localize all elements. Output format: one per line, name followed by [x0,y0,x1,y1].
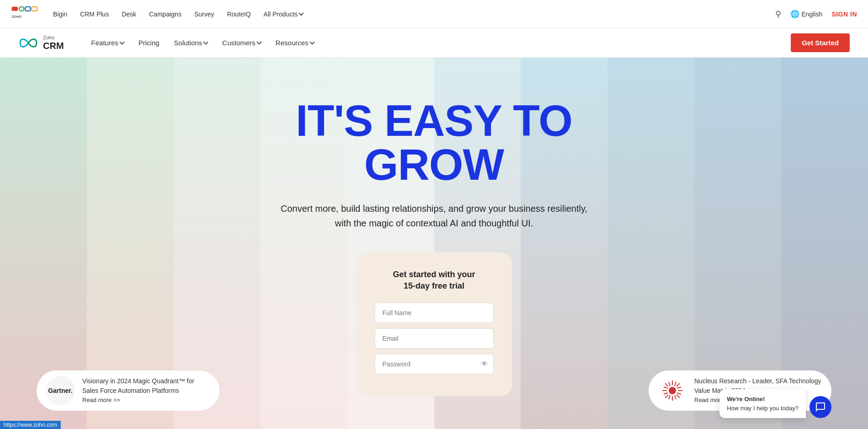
nav-link-survey[interactable]: Survey [194,11,214,18]
svg-rect-3 [32,6,37,11]
crm-nav-resources[interactable]: Resources [276,39,314,47]
nav-link-campaigns[interactable]: Campaigns [149,11,181,18]
gartner-logo: Gartner. [46,376,75,405]
svg-point-5 [669,387,676,394]
full-name-input[interactable] [375,303,494,323]
chevron-down-icon [256,39,261,44]
chevron-down-icon [119,39,124,44]
svg-line-16 [664,387,668,388]
nav-link-desk[interactable]: Desk [122,11,136,18]
svg-line-21 [677,387,681,388]
nav-link-crm-plus[interactable]: CRM Plus [80,11,109,18]
svg-line-14 [669,382,670,386]
crm-logo[interactable]: Zoho CRM [18,35,64,51]
svg-line-13 [665,395,668,398]
signup-card-title: Get started with your 15-day free trial [375,269,494,292]
hero-content: IT'S EASY TO GROW Convert more, build la… [229,58,640,396]
language-selector[interactable]: 🌐 English [790,10,822,18]
search-icon[interactable]: ⚲ [775,9,781,19]
crm-nav: Zoho CRM Features Pricing Solutions Cust… [0,28,868,58]
globe-icon: 🌐 [790,10,799,18]
crm-nav-features[interactable]: Features [91,39,124,47]
crm-logo-text: Zoho CRM [43,35,64,50]
email-input[interactable] [375,328,494,349]
chevron-down-icon [309,39,314,44]
chevron-down-icon [203,39,208,44]
svg-rect-1 [19,6,24,11]
svg-rect-0 [12,6,18,11]
sign-in-button[interactable]: SIGN IN [831,11,857,18]
svg-line-18 [675,382,676,386]
crm-nav-right: Get Started [791,33,850,52]
status-bar: https://www.zoho.com [0,421,61,429]
hero-section: IT'S EASY TO GROW Convert more, build la… [0,58,868,429]
top-nav-right: ⚲ 🌐 English SIGN IN [775,9,857,19]
crm-nav-links: Features Pricing Solutions Customers Res… [91,39,791,47]
nav-link-all-products[interactable]: All Products [264,11,304,18]
crm-nav-pricing[interactable]: Pricing [138,39,160,47]
nucleus-logo [658,376,687,405]
hero-subtitle: Convert more, build lasting relationship… [256,201,612,231]
svg-line-10 [665,383,668,386]
chevron-down-icon [299,11,304,16]
gartner-badge[interactable]: Gartner. Visionary in 2024 Magic Quadran… [37,370,219,411]
show-password-icon[interactable]: 👁 [481,360,488,368]
hero-title: IT'S EASY TO GROW [229,99,640,187]
chat-open-button[interactable] [809,396,831,418]
svg-line-19 [669,395,670,399]
nav-link-bigin[interactable]: Bigin [53,11,67,18]
zoho-logo[interactable]: ZOHO [11,4,38,24]
crm-nav-solutions[interactable]: Solutions [174,39,208,47]
svg-line-12 [676,383,680,386]
svg-line-20 [664,393,668,394]
svg-line-15 [675,395,676,399]
gartner-badge-text: Visionary in 2024 Magic Quadrant™ for Sa… [82,376,210,405]
svg-line-11 [676,395,680,398]
chat-bubble: We're Online! How may I help you today? [719,389,806,418]
chat-widget: We're Online! How may I help you today? [719,389,831,418]
top-nav: ZOHO Bigin CRM Plus Desk Campaigns Surve… [0,0,868,28]
svg-text:ZOHO: ZOHO [12,14,22,18]
svg-line-17 [677,393,681,394]
get-started-button[interactable]: Get Started [791,33,850,52]
top-nav-links: Bigin CRM Plus Desk Campaigns Survey Rou… [53,11,775,18]
nav-link-routeiq[interactable]: RouteIQ [227,11,250,18]
gartner-read-more[interactable]: Read more >> [82,396,210,405]
crm-nav-customers[interactable]: Customers [222,39,261,47]
svg-rect-2 [26,6,31,11]
